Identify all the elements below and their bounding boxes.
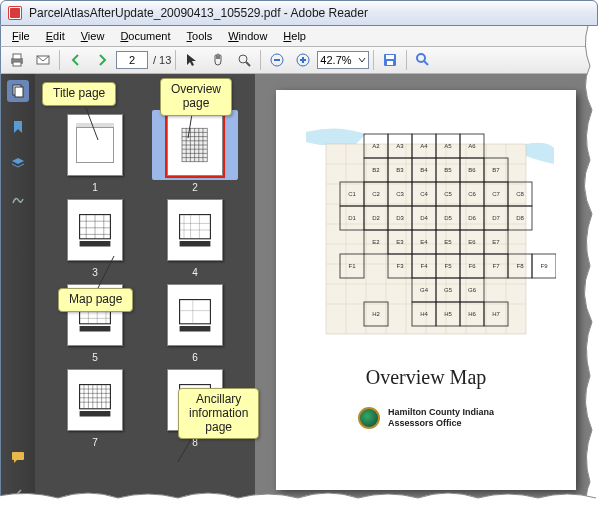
menu-tools[interactable]: Tools	[180, 27, 220, 45]
zoom-combo[interactable]: 42.7%	[317, 51, 369, 69]
svg-text:A5: A5	[444, 143, 452, 149]
navigation-pane	[1, 74, 35, 505]
svg-rect-77	[80, 411, 111, 417]
callout-leader	[96, 256, 116, 290]
svg-text:H7: H7	[492, 311, 500, 317]
document-view[interactable]: A2A3A4A5A6B2B3B4B5B6B7C1C2C3C4C5C6C7C8D1…	[255, 74, 597, 505]
svg-rect-53	[180, 241, 211, 247]
svg-text:F9: F9	[540, 263, 548, 269]
save-button[interactable]	[378, 49, 402, 71]
nav-attachments-button[interactable]	[7, 483, 29, 505]
page-count-label: / 13	[153, 54, 171, 66]
org-text: Hamilton County Indiana Assessors Office	[388, 407, 494, 428]
menu-document[interactable]: Document	[113, 27, 177, 45]
svg-text:D7: D7	[492, 215, 500, 221]
menu-bar: File Edit View Document Tools Window Hel…	[0, 26, 598, 46]
svg-text:B5: B5	[444, 167, 452, 173]
menu-window[interactable]: Window	[221, 27, 274, 45]
svg-text:F4: F4	[420, 263, 428, 269]
svg-text:H6: H6	[468, 311, 476, 317]
svg-rect-15	[386, 55, 394, 59]
thumbnail-number: 4	[192, 267, 198, 278]
org-line-2: Assessors Office	[388, 418, 494, 428]
svg-rect-61	[80, 326, 111, 332]
zoom-in-button[interactable]	[291, 49, 315, 71]
hand-tool-button[interactable]	[206, 49, 230, 71]
svg-text:E3: E3	[396, 239, 404, 245]
svg-text:E5: E5	[444, 239, 452, 245]
svg-text:B2: B2	[372, 167, 380, 173]
svg-point-17	[417, 54, 425, 62]
svg-text:H5: H5	[444, 311, 452, 317]
svg-rect-65	[180, 326, 211, 332]
page-prev-button[interactable]	[90, 49, 114, 71]
thumbnail-cell: 7	[49, 365, 141, 448]
svg-rect-5	[13, 62, 21, 66]
svg-text:D1: D1	[348, 215, 356, 221]
marquee-zoom-button[interactable]	[232, 49, 256, 71]
nav-signatures-button[interactable]	[7, 188, 29, 210]
svg-point-7	[239, 55, 247, 63]
select-tool-button[interactable]	[180, 49, 204, 71]
svg-line-8	[246, 62, 250, 66]
menu-edit[interactable]: Edit	[39, 27, 72, 45]
svg-text:C3: C3	[396, 191, 404, 197]
svg-text:D8: D8	[516, 215, 524, 221]
svg-rect-16	[387, 61, 393, 65]
thumbnail-6[interactable]	[152, 280, 238, 350]
svg-text:C8: C8	[516, 191, 524, 197]
callout-leader	[80, 108, 100, 142]
svg-text:H4: H4	[420, 311, 428, 317]
zoom-out-button[interactable]	[265, 49, 289, 71]
svg-text:F7: F7	[492, 263, 500, 269]
svg-line-18	[424, 61, 428, 65]
thumbnail-7[interactable]	[52, 365, 138, 435]
nav-layers-button[interactable]	[7, 152, 29, 174]
menu-file[interactable]: File	[5, 27, 37, 45]
pdf-icon	[7, 5, 23, 21]
svg-text:A2: A2	[372, 143, 380, 149]
nav-pages-button[interactable]	[7, 80, 29, 102]
thumbnail-number: 7	[92, 437, 98, 448]
menu-help[interactable]: Help	[276, 27, 313, 45]
page-first-button[interactable]	[64, 49, 88, 71]
svg-text:F5: F5	[444, 263, 452, 269]
svg-text:E7: E7	[492, 239, 500, 245]
zoom-value: 42.7%	[320, 54, 351, 66]
nav-bookmarks-button[interactable]	[7, 116, 29, 138]
chevron-down-icon	[358, 56, 366, 64]
page-number-input[interactable]	[116, 51, 148, 69]
callout-title-page: Title page	[42, 82, 116, 106]
svg-text:D5: D5	[444, 215, 452, 221]
print-button[interactable]	[5, 49, 29, 71]
toolbar-separator	[175, 50, 176, 70]
svg-text:B4: B4	[420, 167, 428, 173]
find-button[interactable]	[411, 49, 435, 71]
svg-text:B7: B7	[492, 167, 500, 173]
thumbnail-cell: 6	[149, 280, 241, 363]
svg-text:C1: C1	[348, 191, 356, 197]
org-line-1: Hamilton County Indiana	[388, 407, 494, 417]
email-button[interactable]	[31, 49, 55, 71]
svg-text:G6: G6	[468, 287, 477, 293]
app-window: ParcelAtlasAfterUpdate_20090413_105529.p…	[0, 0, 598, 506]
toolbar-separator	[260, 50, 261, 70]
svg-text:E2: E2	[372, 239, 380, 245]
page-footer-org: Hamilton County Indiana Assessors Office	[358, 407, 494, 429]
svg-rect-4	[13, 54, 21, 59]
svg-text:D2: D2	[372, 215, 380, 221]
nav-comments-button[interactable]	[7, 447, 29, 469]
svg-text:B6: B6	[468, 167, 476, 173]
menu-view[interactable]: View	[74, 27, 112, 45]
svg-text:F6: F6	[468, 263, 476, 269]
svg-text:C2: C2	[372, 191, 380, 197]
svg-text:A6: A6	[468, 143, 476, 149]
thumbnail-number: 5	[92, 352, 98, 363]
svg-rect-2	[10, 8, 20, 18]
thumbnail-3[interactable]	[52, 195, 138, 265]
svg-line-198	[188, 114, 192, 138]
thumbnail-4[interactable]	[152, 195, 238, 265]
county-seal-icon	[358, 407, 380, 429]
page-2-paper: A2A3A4A5A6B2B3B4B5B6B7C1C2C3C4C5C6C7C8D1…	[276, 90, 576, 490]
toolbar-separator	[373, 50, 374, 70]
